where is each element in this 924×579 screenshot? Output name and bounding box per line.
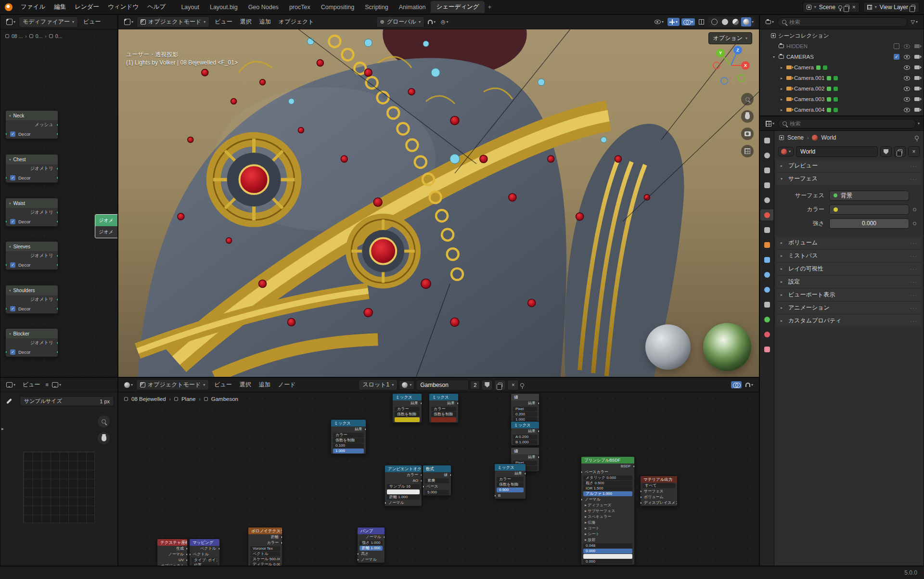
material-name-field[interactable]: Gambeson <box>416 380 469 390</box>
checkbox[interactable]: ✓ <box>10 262 15 268</box>
shader-node-bump[interactable]: バンプノーマル強さ 1.000距離 1.000高さノーマル <box>357 527 385 563</box>
eye-icon[interactable] <box>904 55 910 59</box>
render-visibility-icon[interactable] <box>914 108 920 112</box>
workspace-tab-1[interactable]: Layout.big <box>205 2 243 13</box>
properties-tab-view-layer[interactable] <box>760 180 773 191</box>
expand-arrow-icon[interactable]: ▸ <box>779 65 784 70</box>
outliner-row-4[interactable]: ▸Camera.001 <box>760 73 924 83</box>
eye-icon[interactable] <box>904 65 910 70</box>
output-socket[interactable] <box>218 547 219 550</box>
output-socket[interactable] <box>56 298 58 301</box>
outliner-row-5[interactable]: ▸Camera.002 <box>760 83 924 94</box>
node-title[interactable]: ミックス <box>429 394 458 400</box>
shader-node-mix-1[interactable]: ミックス結果カラー係数を制御 <box>392 393 422 423</box>
node-row[interactable]: 結果 <box>511 454 539 460</box>
geometry-node-blocker[interactable]: ▾Blockerジオメトリ✓Decor <box>5 328 58 357</box>
node-title[interactable]: ミックス <box>393 394 422 400</box>
color-swatch[interactable] <box>395 417 420 422</box>
color-swatch[interactable] <box>829 205 909 215</box>
node-row[interactable]: ▸ 放射 <box>581 537 634 543</box>
outliner-row-3[interactable]: ▸Camera <box>760 62 924 73</box>
zoom-button[interactable] <box>741 93 754 105</box>
properties-tab-particles[interactable] <box>760 269 773 280</box>
panel-animation[interactable]: ▸アニメーション··· <box>776 302 922 314</box>
input-socket[interactable] <box>581 471 583 474</box>
render-visibility-icon[interactable] <box>914 55 920 59</box>
breadcrumb-item[interactable]: 0... <box>36 33 43 39</box>
surface-shader-button[interactable]: 背景 <box>829 191 909 201</box>
show-gizmo-toggle[interactable]: ▾ <box>667 18 680 26</box>
shader-node-material-output[interactable]: マテリアル出力すべてサーフェスボリュームディスプレイスメント <box>640 476 678 506</box>
output-socket[interactable] <box>524 472 526 475</box>
material-browse-button[interactable]: ▾ <box>399 380 414 390</box>
output-socket[interactable] <box>56 211 58 214</box>
node-row[interactable]: サーフェス <box>641 489 677 494</box>
panel-viewport-display[interactable]: ▸ビューポート表示··· <box>776 289 922 301</box>
material-users-count[interactable]: 2 <box>470 381 480 389</box>
node-row[interactable]: 結果 <box>331 426 366 432</box>
snapping-toggle[interactable]: ▾ <box>744 381 755 388</box>
menu-edit[interactable]: 編集 <box>50 1 70 13</box>
properties-tab-tool[interactable] <box>760 135 773 146</box>
panel-ray-visibility[interactable]: ▸レイの可視性··· <box>776 263 922 275</box>
node-row[interactable]: 0.500 <box>497 488 524 492</box>
material-slot-dropdown[interactable]: スロット1▾ <box>359 379 398 390</box>
outliner-row-2[interactable]: ▾CAMERAS✓ <box>760 51 924 62</box>
color-swatch[interactable] <box>387 489 420 494</box>
node-row[interactable]: 距離 <box>248 534 282 540</box>
fake-user-button[interactable] <box>880 146 892 157</box>
checkbox[interactable]: ✓ <box>10 306 15 311</box>
search-input[interactable] <box>790 121 911 127</box>
node-row[interactable]: オブジェクト <box>157 563 187 566</box>
input-socket[interactable] <box>385 502 386 504</box>
gizmo-x-neg[interactable] <box>713 62 720 69</box>
node-row[interactable]: 0.000 <box>583 549 632 553</box>
options-button[interactable]: オプション ▾ <box>708 32 752 44</box>
node-row[interactable]: ▸ サブサーフェス <box>581 508 634 514</box>
node-row[interactable]: 結果 <box>393 400 422 406</box>
eyedropper-icon[interactable] <box>8 398 10 406</box>
node-header[interactable]: ▾Sleeves <box>6 242 58 251</box>
shader-node-mix-5[interactable]: ミックス結果カラー係数を制御0.500B <box>494 463 526 499</box>
shader-node-mix-4[interactable]: ミックス結果カラー係数を制御0.1001.000 <box>331 419 366 454</box>
input-socket[interactable] <box>581 498 583 501</box>
new-datablock-button[interactable] <box>894 146 906 157</box>
outliner-row-6[interactable]: ▸Camera.003 <box>760 94 924 104</box>
blender-logo-icon[interactable] <box>5 3 13 11</box>
geometry-output-node[interactable]: ジオメ ジオメ <box>95 214 117 238</box>
exclude-checkbox[interactable]: ✓ <box>894 54 899 60</box>
geometry-node-shoulders[interactable]: ▾Shouldersジオメトリ✓Decor <box>5 285 58 314</box>
node-header[interactable]: ▾Chest <box>6 154 58 164</box>
node-row[interactable]: 位置 <box>192 563 218 566</box>
shader-node-graph[interactable]: 08 Bejewelled›Plane›Gambeson ミックス結果カラー係数… <box>118 392 759 566</box>
eye-icon[interactable] <box>904 44 910 49</box>
node-row[interactable]: UV <box>157 557 187 563</box>
node-row[interactable]: 高さ <box>358 551 385 557</box>
node-row[interactable]: 0.100 <box>333 443 364 448</box>
eye-icon[interactable] <box>904 108 910 112</box>
node-row[interactable]: 結果 <box>495 471 526 476</box>
node-title[interactable]: ミックス <box>511 422 539 428</box>
new-material-button[interactable] <box>494 380 506 390</box>
expand-arrow-icon[interactable]: ▸ <box>1 426 4 431</box>
node-row[interactable]: ▸ シート <box>581 531 634 537</box>
breadcrumb-scene[interactable]: Scene <box>787 134 804 141</box>
node-row[interactable]: 1.000 <box>333 449 364 453</box>
node-row[interactable]: Voronoi Tex <box>250 546 280 551</box>
workspace-tab-2[interactable]: Geo Nodes <box>243 2 284 13</box>
node-row[interactable]: カラー <box>333 433 364 437</box>
output-socket[interactable] <box>281 536 282 539</box>
unlink-button[interactable]: × <box>507 380 519 390</box>
input-socket[interactable] <box>358 558 359 561</box>
shader-node-mapping[interactable]: マッピングベクトルベクトルタイプ: ポイント位置回転スケール <box>189 539 220 566</box>
shader-node-math-power[interactable]: 数式値累乗ベース5.000 <box>423 465 451 496</box>
color-swatch[interactable] <box>583 554 632 559</box>
node-row[interactable]: 累乗 <box>425 478 449 483</box>
checkbox[interactable]: ✓ <box>10 219 15 224</box>
eye-icon[interactable] <box>904 76 910 80</box>
filter-button[interactable]: ▽▾ <box>909 18 920 26</box>
breadcrumb-world[interactable]: World <box>821 134 836 141</box>
properties-tab-output[interactable] <box>760 165 773 176</box>
node-row[interactable]: カラー <box>248 540 282 546</box>
output-socket[interactable] <box>383 536 385 539</box>
